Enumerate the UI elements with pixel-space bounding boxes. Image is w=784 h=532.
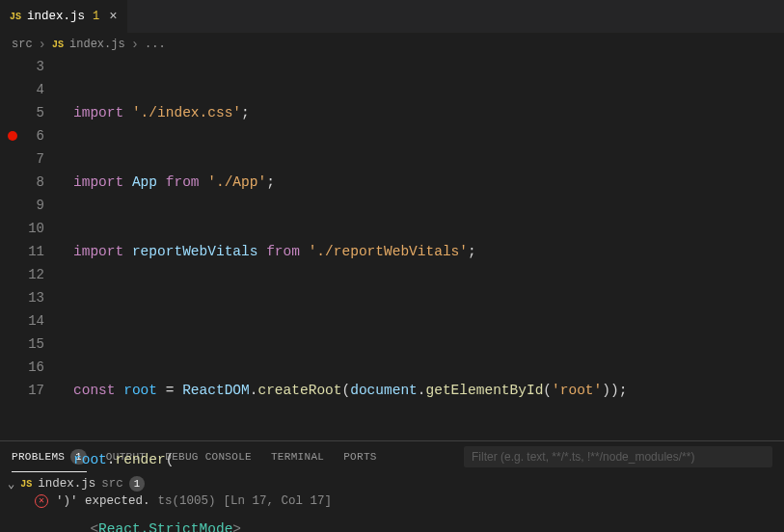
line-number[interactable]: 5 [0,101,44,124]
breadcrumb-file[interactable]: index.js [69,38,125,51]
breadcrumb-symbol[interactable]: ... [145,38,166,51]
js-file-icon: JS [52,40,64,50]
line-number[interactable]: 6 [0,124,44,147]
editor-tab[interactable]: JS index.js 1 × [0,0,128,33]
line-number[interactable]: 17 [0,379,44,402]
tab-problems-label: PROBLEMS [12,451,65,463]
tab-dirty-badge: 1 [93,10,99,23]
tabs-bar: JS index.js 1 × [0,0,784,34]
line-number[interactable]: 11 [0,240,44,263]
line-number[interactable]: 12 [0,263,44,286]
line-number[interactable]: 9 [0,194,44,217]
line-number[interactable]: 4 [0,78,44,101]
js-file-icon: JS [20,479,32,490]
line-number[interactable]: 16 [0,356,44,379]
close-icon[interactable]: × [109,9,117,24]
code-editor[interactable]: 3 4 5 6 7 8 9 10 11 12 13 14 15 16 17 im… [0,55,784,440]
line-number[interactable]: 13 [0,286,44,309]
line-number[interactable]: 7 [0,147,44,171]
line-gutter: 3 4 5 6 7 8 9 10 11 12 13 14 15 16 17 [0,55,62,440]
line-number[interactable]: 3 [0,55,44,78]
breadcrumbs[interactable]: src › JS index.js › ... [0,34,784,55]
line-number[interactable]: 8 [0,171,44,194]
chevron-right-icon: › [131,37,139,52]
chevron-right-icon: › [39,37,46,52]
error-icon: ✕ [35,494,48,508]
breadcrumb-folder[interactable]: src [12,38,33,51]
line-number[interactable]: 15 [0,332,44,356]
breakpoint-icon[interactable] [8,131,17,141]
line-number[interactable]: 10 [0,217,44,240]
js-file-icon: JS [10,12,21,22]
tab-label: index.js [27,10,85,23]
line-number[interactable]: 14 [0,309,44,332]
chevron-down-icon[interactable]: ⌄ [8,477,14,492]
code-content[interactable]: import './index.css'; import App from '.… [62,55,784,440]
